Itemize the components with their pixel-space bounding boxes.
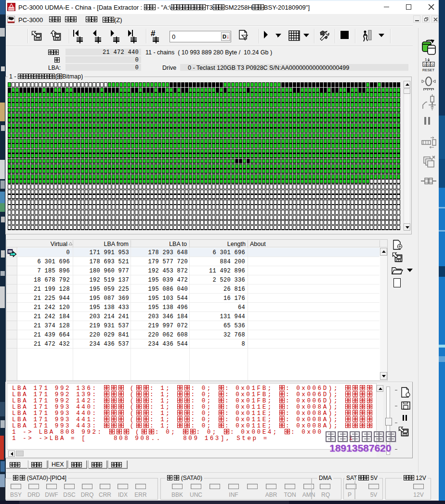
svg-text:RESET: RESET	[422, 68, 434, 72]
svg-text:0: 0	[428, 63, 430, 67]
svg-text:0: 0	[424, 63, 426, 67]
svg-text:1: 1	[425, 57, 427, 62]
svg-text:0: 0	[432, 63, 434, 67]
